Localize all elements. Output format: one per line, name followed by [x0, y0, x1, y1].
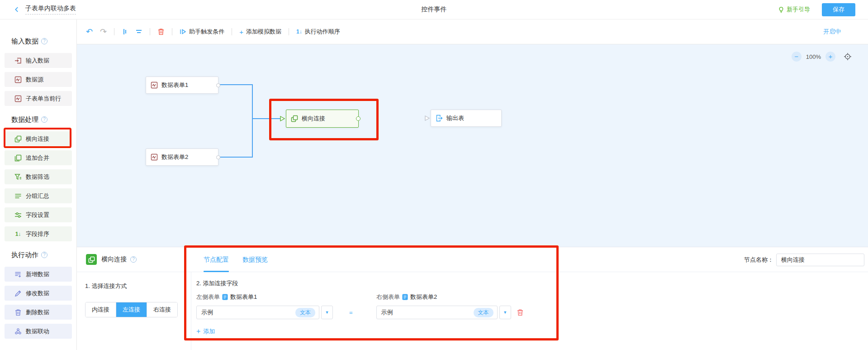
left-form-label-group: 左侧表单 数据表单1 — [196, 293, 257, 301]
sidebar-item-data-linkage[interactable]: 数据联动 — [5, 324, 72, 339]
action-order-button[interactable]: 1↓ 执行动作顺序 — [296, 28, 340, 36]
field-settings-icon — [14, 211, 22, 219]
node-name-input[interactable] — [776, 254, 864, 266]
sidebar-item-label: 追加合并 — [26, 154, 49, 162]
field-type-badge: 文本 — [474, 308, 493, 317]
redo-icon[interactable]: ↷ — [100, 28, 107, 36]
sidebar-item-input-data[interactable]: 输入数据 — [5, 53, 72, 68]
sidebar-item-delete-data[interactable]: 删除数据 — [5, 305, 72, 320]
section-header-actions: 执行动作 ? — [11, 250, 72, 259]
help-icon[interactable]: ? — [41, 116, 47, 123]
back-icon[interactable] — [14, 6, 20, 13]
help-icon[interactable]: ? — [41, 252, 47, 258]
fit-view-icon[interactable] — [844, 53, 852, 61]
node-config-panel: 横向连接 ? 节点配置 数据预览 节点名称： 1. 选择连接方式 内连接 左连接 — [77, 247, 868, 350]
save-button[interactable]: 保存 — [822, 3, 855, 16]
tab-data-preview[interactable]: 数据预览 — [242, 247, 268, 272]
undo-icon[interactable]: ↶ — [86, 28, 93, 36]
sidebar-item-append-merge[interactable]: 追加合并 — [5, 150, 72, 165]
form-chart-icon — [151, 82, 158, 89]
horizontal-join-icon — [291, 115, 298, 122]
sidebar-item-horizontal-join[interactable]: 横向连接 — [5, 131, 72, 146]
sidebar-item-label: 修改数据 — [26, 289, 49, 297]
sidebar-item-label: 字段设置 — [26, 211, 49, 219]
connector-line — [220, 84, 253, 85]
group-summary-icon — [14, 192, 22, 200]
sidebar-item-data-filter[interactable]: 数据筛选 — [5, 169, 72, 184]
right-field-dropdown-button[interactable]: ▼ — [499, 306, 511, 319]
zoom-in-button[interactable]: + — [825, 52, 835, 62]
left-sidebar: 输入数据 ? 输入数据 数据源 子表单当前行 — [0, 19, 77, 350]
panel-node-title: 横向连接 — [101, 255, 127, 264]
sidebar-item-label: 子表单当前行 — [26, 95, 61, 103]
right-field-select[interactable]: 示例 文本 — [376, 306, 498, 319]
field-sort-icon: 1↓ — [14, 231, 22, 237]
beginner-guide-link[interactable]: 新手引导 — [778, 5, 810, 14]
delete-node-icon[interactable] — [157, 28, 165, 35]
beginner-guide-label: 新手引导 — [787, 5, 810, 14]
horizontal-join-icon — [14, 135, 22, 143]
right-form-label-group: 右侧表单 数据表单2 — [376, 293, 437, 301]
form-doc-icon — [402, 294, 408, 300]
sidebar-item-group-summary[interactable]: 分组汇总 — [5, 188, 72, 203]
help-icon[interactable]: ? — [41, 38, 47, 44]
sidebar-item-label: 新增数据 — [26, 270, 49, 278]
output-port[interactable] — [216, 155, 220, 159]
tab-node-config[interactable]: 节点配置 — [204, 247, 229, 272]
join-mode-left[interactable]: 左连接 — [116, 302, 147, 317]
equals-sign: = — [349, 309, 353, 316]
tidy-vertical-icon[interactable] — [122, 28, 128, 35]
sidebar-item-subform-row[interactable]: 子表单当前行 — [5, 91, 72, 106]
breadcrumb-title[interactable]: 子表单内联动多表 — [25, 5, 76, 14]
lightbulb-icon — [778, 6, 784, 13]
join-mode-title: 1. 选择连接方式 — [85, 282, 191, 290]
add-mock-data-button[interactable]: + 添加模拟数据 — [239, 28, 281, 36]
tidy-horizontal-icon[interactable] — [135, 29, 142, 35]
node-label: 横向连接 — [302, 115, 325, 123]
connector-line — [220, 157, 253, 158]
page-title: 控件事件 — [422, 5, 447, 14]
node-label: 数据表单1 — [161, 81, 188, 89]
add-data-icon — [14, 271, 22, 278]
node-data-form1[interactable]: 数据表单1 — [146, 77, 218, 94]
output-port[interactable] — [216, 83, 220, 87]
join-fields-title: 2. 添加连接字段 — [196, 279, 868, 288]
sidebar-item-edit-data[interactable]: 修改数据 — [5, 286, 72, 301]
left-field-value: 示例 — [201, 308, 213, 316]
join-mode-right[interactable]: 右连接 — [147, 302, 177, 317]
filter-icon — [14, 173, 22, 181]
right-field-value: 示例 — [381, 308, 393, 316]
input-data-icon — [14, 57, 22, 64]
sidebar-item-data-source[interactable]: 数据源 — [5, 72, 72, 87]
left-field-dropdown-button[interactable]: ▼ — [321, 306, 333, 319]
join-mode-inner[interactable]: 内连接 — [85, 302, 116, 317]
assistant-trigger-button[interactable]: 助手触发条件 — [180, 28, 224, 36]
delete-field-row-icon[interactable] — [517, 309, 524, 316]
plus-icon: + — [196, 327, 200, 336]
flow-canvas[interactable]: 数据表单1 数据表单2 横向连接 — [77, 44, 868, 247]
section-header-input-data: 输入数据 ? — [11, 37, 72, 46]
left-field-select[interactable]: 示例 文本 — [196, 306, 319, 319]
node-data-form2[interactable]: 数据表单2 — [146, 149, 218, 166]
zoom-controls: − 100% + — [792, 52, 852, 62]
node-horizontal-join[interactable]: 横向连接 — [286, 110, 359, 128]
field-type-badge: 文本 — [295, 308, 315, 317]
join-mode-segmented: 内连接 左连接 右连接 — [85, 302, 178, 317]
status-toggle[interactable]: 开启中 — [823, 28, 841, 36]
top-header: 子表单内联动多表 控件事件 新手引导 保存 — [0, 0, 868, 19]
sidebar-item-field-sort[interactable]: 1↓ 字段排序 — [5, 226, 72, 241]
node-output-table[interactable]: 输出表 — [431, 110, 502, 127]
sidebar-item-add-data[interactable]: 新增数据 — [5, 267, 72, 282]
sidebar-item-label: 分组汇总 — [26, 192, 49, 200]
add-field-button[interactable]: + 添加 — [196, 327, 228, 336]
canvas-toolbar: ↶ ↷ 助手触发条件 + 添加模拟数据 — [77, 19, 868, 44]
form-doc-icon — [222, 294, 228, 300]
join-node-badge-icon — [86, 254, 97, 265]
sidebar-item-field-settings[interactable]: 字段设置 — [5, 207, 72, 222]
sidebar-item-label: 数据筛选 — [26, 173, 49, 181]
help-icon[interactable]: ? — [130, 256, 137, 263]
input-port-arrow — [424, 115, 430, 121]
output-port[interactable] — [356, 116, 360, 121]
subform-current-row-icon — [14, 95, 22, 102]
zoom-out-button[interactable]: − — [792, 52, 802, 62]
